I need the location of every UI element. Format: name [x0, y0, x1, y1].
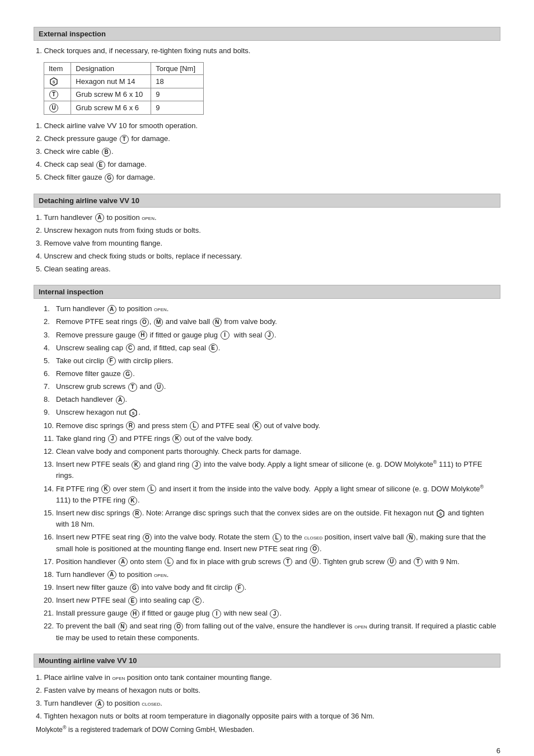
int-item-22: 22. To prevent the ball N and seat ring …: [44, 621, 498, 643]
icon-U-3: U: [310, 557, 318, 566]
icon-T-2: T: [128, 383, 137, 392]
icon-R-1: R: [126, 421, 135, 430]
icon-G: G: [105, 173, 114, 182]
int-item-19: 19. Insert new filter gauze G into valve…: [44, 582, 498, 593]
int-item-10: 10. Remove disc springs R and press stem…: [44, 420, 498, 431]
icon-N-3: N: [118, 622, 127, 631]
icon-K-3: K: [132, 461, 140, 469]
icon-J-2: J: [108, 434, 117, 443]
table-torque-3: 9: [151, 101, 204, 115]
section-header-external: External inspection: [34, 27, 500, 41]
hex-icon-s: S: [49, 77, 58, 86]
table-torque-1: 18: [151, 75, 204, 88]
section-detaching: Detaching airline valve VV 10 1. Turn ha…: [34, 194, 500, 275]
ext-item-1: 1. Check airline valve VV 10 for smooth …: [36, 120, 498, 132]
int-item-17: 17. Position handlever A onto stem L and…: [44, 556, 498, 567]
icon-C-1: C: [126, 344, 135, 353]
icon-I-1: I: [221, 331, 229, 340]
external-intro: 1. Check torques and, if necessary, re-t…: [36, 45, 498, 57]
icon-N-1: N: [213, 318, 222, 327]
int-item-4: 4. Unscrew sealing cap C and, if fitted,…: [44, 342, 498, 354]
ext-item-5: 5. Check filter gauze G for damage.: [36, 172, 498, 183]
icon-F-1: F: [107, 356, 116, 365]
page-number: 6: [34, 746, 500, 755]
int-item-11: 11. Take gland ring J and PTFE rings K o…: [44, 433, 498, 444]
table-designation-2: Grub screw M 6 x 10: [71, 88, 151, 101]
col-item: Item: [44, 63, 71, 75]
int-item-1: 1. Turn handlever A to position open.: [44, 303, 498, 314]
ext-item-3: 3. Check wire cable B.: [36, 146, 498, 157]
table-designation-3: Grub screw M 6 x 6: [71, 101, 151, 115]
icon-O-4: O: [174, 622, 183, 631]
int-item-14: 14. Fit PTFE ring K over stem L and inse…: [44, 483, 498, 506]
page-content: External inspection 1. Check torques and…: [34, 27, 500, 755]
icon-J-3: J: [192, 461, 201, 469]
icon-H-2: H: [130, 609, 139, 618]
int-item-9: 9. Unscrew hexagon nut S.: [44, 407, 498, 418]
icon-L-2: L: [147, 485, 156, 494]
icon-S-3: S: [436, 509, 445, 518]
section-mounting: Mounting airline valve VV 10 1. Place ai…: [34, 654, 500, 735]
icon-E-2: E: [209, 344, 218, 353]
item-icon-s: S: [44, 75, 71, 88]
icon-O-3: O: [310, 544, 319, 553]
section-body-external: 1. Check torques and, if necessary, re-t…: [34, 45, 500, 184]
int-item-2: 2. Remove PTFE seat rings O, M and valve…: [44, 316, 498, 327]
icon-M: M: [154, 318, 163, 327]
table-designation-1: Hexagon nut M 14: [71, 75, 151, 88]
col-torque: Torque [Nm]: [151, 63, 204, 75]
icon-E-3: E: [128, 597, 137, 605]
icon-N-2: N: [406, 533, 415, 542]
int-item-5: 5. Take out circlip F with circlip plier…: [44, 355, 498, 367]
icon-G-2: G: [123, 370, 132, 379]
int-item-7: 7. Unscrew grub screws T and U.: [44, 381, 498, 392]
det-item-4: 4. Unscrew and check fixing studs or bol…: [36, 251, 498, 262]
mount-item-3: 3. Turn handlever A to position closed.: [36, 698, 498, 709]
icon-U-2: U: [154, 383, 163, 392]
icon-T: T: [120, 135, 129, 144]
ext-item-2: 2. Check pressure gauge T for damage.: [36, 133, 498, 144]
ext-item-4: 4. Check cap seal E for damage.: [36, 159, 498, 170]
icon-O-1: O: [140, 318, 149, 327]
icon-L-1: L: [190, 421, 199, 430]
col-designation: Designation: [71, 63, 151, 75]
circle-icon-u: U: [49, 104, 58, 112]
svg-text:S: S: [439, 512, 442, 516]
icon-F-2: F: [235, 584, 244, 593]
icon-C-2: C: [193, 597, 202, 605]
table-torque-2: 9: [151, 88, 204, 101]
svg-text:S: S: [53, 80, 55, 84]
icon-K-5: K: [128, 496, 137, 505]
circle-icon-t: T: [49, 90, 58, 99]
icon-T-3: T: [283, 557, 292, 566]
section-body-detaching: 1. Turn handlever A to position open. 2.…: [34, 212, 500, 275]
table-row: T Grub screw M 6 x 10 9: [44, 88, 204, 101]
section-body-internal: 1. Turn handlever A to position open. 2.…: [34, 303, 500, 643]
icon-A-2: A: [107, 305, 116, 314]
det-item-1: 1. Turn handlever A to position open.: [36, 212, 498, 223]
mount-item-1: 1. Place airline valve in open position …: [36, 672, 498, 683]
torque-table: Item Designation Torque [Nm] S Hexagon n…: [44, 62, 204, 115]
int-item-12: 12. Clean valve body and component parts…: [44, 446, 498, 457]
icon-O-2: O: [143, 533, 152, 542]
int-item-8: 8. Detach handlever A.: [44, 394, 498, 405]
icon-A-1: A: [95, 213, 104, 222]
int-item-13: 13. Insert new PTFE seals K and gland ri…: [44, 459, 498, 482]
section-internal-inspection: Internal inspection 1. Turn handlever A …: [34, 285, 500, 643]
det-item-3: 3. Remove valve from mounting flange.: [36, 238, 498, 249]
section-header-internal: Internal inspection: [34, 285, 500, 299]
mount-item-4: 4. Tighten hexagon nuts or bolts at room…: [36, 711, 498, 722]
svg-text:S: S: [132, 411, 135, 415]
icon-S-2: S: [129, 408, 138, 417]
section-header-detaching: Detaching airline valve VV 10: [34, 194, 500, 208]
icon-A-4: A: [119, 557, 128, 566]
icon-J-1: J: [265, 331, 274, 340]
footnote: Molykote® is a registered trademark of D…: [36, 724, 498, 735]
section-external-inspection: External inspection 1. Check torques and…: [34, 27, 500, 184]
icon-L-3: L: [273, 533, 282, 542]
icon-E: E: [96, 161, 105, 170]
icon-H-1: H: [138, 331, 147, 340]
icon-J-4: J: [270, 609, 279, 618]
section-header-mounting: Mounting airline valve VV 10: [34, 654, 500, 668]
det-item-2: 2. Unscrew hexagon nuts from fixing stud…: [36, 225, 498, 236]
